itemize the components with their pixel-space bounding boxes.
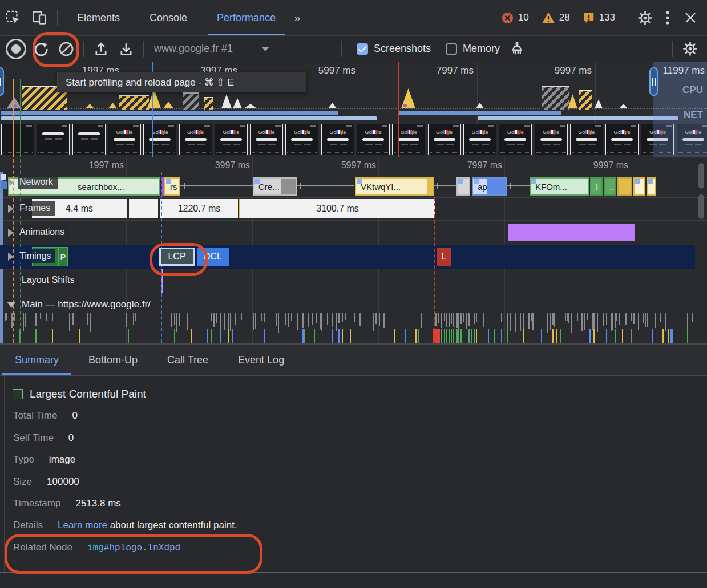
screenshot-thumb[interactable]: Google: [143, 124, 176, 155]
flame-tick[interactable]: [638, 313, 639, 330]
flame-tick[interactable]: [444, 329, 445, 343]
flame-tick[interactable]: [552, 313, 554, 325]
flame-tick[interactable]: [488, 329, 489, 343]
flame-tick[interactable]: [552, 329, 554, 343]
collapse-arrow-icon[interactable]: [8, 179, 14, 186]
flame-tick[interactable]: [191, 329, 192, 343]
flame-tick[interactable]: [264, 329, 265, 343]
flame-tick[interactable]: [232, 329, 233, 343]
flame-tick[interactable]: [528, 313, 530, 329]
save-profile-icon[interactable]: [114, 38, 139, 60]
flame-tick[interactable]: [46, 313, 47, 321]
track-network[interactable]: Network: [8, 175, 58, 189]
timing-marker-dcl[interactable]: DCL: [197, 248, 229, 266]
learn-more-link[interactable]: Learn more: [58, 520, 107, 530]
flame-tick[interactable]: [554, 313, 555, 327]
related-node-selector[interactable]: #hplogo.lnXdpd: [104, 543, 180, 553]
flame-tick[interactable]: [615, 329, 616, 343]
flame-tick[interactable]: [523, 313, 524, 329]
flame-tick[interactable]: [622, 329, 623, 343]
flame-tick[interactable]: [453, 329, 454, 343]
collapse-arrow-icon[interactable]: [8, 253, 14, 261]
frame-bar[interactable]: 3100.7 ms: [240, 199, 435, 218]
flame-tick[interactable]: [5, 313, 6, 321]
screenshot-thumb[interactable]: Google: [570, 124, 603, 155]
flame-tick[interactable]: [606, 313, 607, 325]
flame-tick[interactable]: [128, 329, 129, 343]
flame-tick[interactable]: [463, 313, 464, 322]
flame-tick[interactable]: [471, 329, 472, 343]
flame-tick[interactable]: [264, 313, 265, 322]
tab-elements[interactable]: Elements: [62, 0, 135, 35]
flame-tick[interactable]: [23, 313, 24, 331]
flame-tick[interactable]: [25, 313, 26, 327]
flame-tick[interactable]: [603, 313, 604, 326]
flame-tick[interactable]: [285, 313, 286, 325]
flame-tick[interactable]: [207, 329, 208, 343]
frame-bar[interactable]: [129, 199, 158, 218]
inspect-icon[interactable]: [0, 6, 26, 29]
flame-tick[interactable]: [581, 313, 583, 331]
flame-tick[interactable]: [211, 329, 212, 343]
flame-tick[interactable]: [176, 313, 177, 332]
flame-tick[interactable]: [87, 313, 88, 325]
flame-tick[interactable]: [468, 313, 470, 326]
flame-tick[interactable]: [332, 313, 333, 327]
flame-tick[interactable]: [276, 313, 277, 326]
flame-tick[interactable]: [560, 329, 561, 343]
flame-tick[interactable]: [213, 313, 215, 327]
flame-tick[interactable]: [523, 329, 524, 343]
flame-tick[interactable]: [665, 313, 666, 331]
network-request[interactable]: ..: [604, 177, 616, 196]
flame-tick[interactable]: [449, 329, 450, 343]
reload-and-profile-button[interactable]: [29, 38, 54, 60]
flame-tick[interactable]: [446, 313, 447, 327]
more-tabs-icon[interactable]: »: [290, 11, 302, 25]
flame-tick[interactable]: [174, 313, 175, 325]
flame-tick[interactable]: [466, 313, 467, 329]
flame-tick[interactable]: [304, 329, 305, 343]
flame-tick[interactable]: [687, 313, 688, 330]
network-request-tick[interactable]: [162, 177, 164, 196]
flame-tick[interactable]: [255, 313, 256, 329]
flame-tick[interactable]: [354, 313, 355, 322]
flame-tick[interactable]: [577, 313, 578, 321]
flame-tick[interactable]: [187, 313, 188, 330]
flame-tick[interactable]: [593, 313, 595, 330]
flame-tick[interactable]: [435, 313, 437, 326]
flame-tick[interactable]: [379, 313, 380, 326]
flame-tick[interactable]: [668, 329, 669, 343]
warning-badge[interactable]: 28: [542, 11, 570, 25]
flame-tick[interactable]: [69, 313, 70, 331]
expand-arrow-icon[interactable]: [7, 302, 16, 308]
flame-tick[interactable]: [501, 329, 502, 343]
flame-tick[interactable]: [6, 313, 7, 320]
flame-tick[interactable]: [253, 313, 254, 330]
screenshot-thumb[interactable]: Google: [357, 124, 390, 155]
flame-tick[interactable]: [405, 329, 406, 343]
flame-tick[interactable]: [321, 313, 322, 331]
flame-tick[interactable]: [593, 329, 595, 343]
flame-tick[interactable]: [606, 329, 607, 343]
flame-tick[interactable]: [460, 329, 462, 343]
flame-tick[interactable]: [589, 329, 591, 343]
flame-tick[interactable]: [541, 329, 542, 343]
flame-tick[interactable]: [501, 313, 502, 322]
flame-tick[interactable]: [261, 313, 262, 321]
flame-tick[interactable]: [278, 313, 279, 333]
overview-left-handle[interactable]: [0, 67, 4, 96]
track-main[interactable]: Main — https://www.google.fr/: [7, 297, 155, 313]
flame-tick[interactable]: [350, 329, 351, 343]
screenshot-thumb[interactable]: [1, 124, 34, 155]
flame-tick[interactable]: [302, 329, 304, 343]
device-toolbar-icon[interactable]: [26, 6, 52, 29]
memory-checkbox[interactable]: Memory: [446, 43, 500, 55]
tab-performance[interactable]: Performance: [202, 0, 290, 35]
flame-tick[interactable]: [359, 313, 361, 326]
flame-tick[interactable]: [483, 313, 484, 327]
screenshot-thumb[interactable]: [72, 124, 106, 155]
flame-tick[interactable]: [565, 313, 566, 321]
network-request[interactable]: KFOm...: [530, 177, 589, 196]
flame-tick[interactable]: [52, 329, 53, 343]
flame-tick[interactable]: [375, 313, 377, 324]
